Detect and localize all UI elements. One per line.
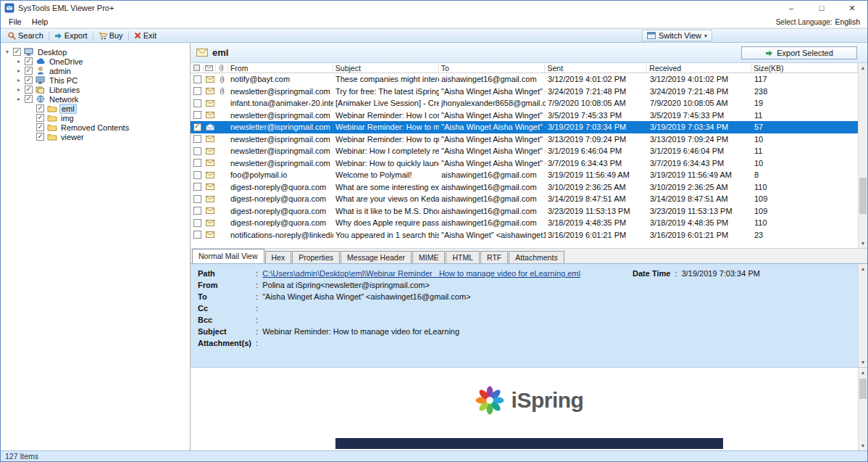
tab-attachments[interactable]: Attachments [509,251,564,263]
close-button[interactable]: ✕ [837,1,867,15]
scroll-up-icon[interactable]: ▲ [859,264,867,273]
tab-html[interactable]: HTML [446,251,480,263]
preview-scrollbar[interactable]: ▲ ▼ [858,368,867,450]
row-checkbox[interactable] [193,159,201,167]
tree-item-viewer[interactable]: viewer [1,132,190,141]
row-checkbox[interactable] [193,147,201,155]
chevron-right-icon[interactable]: ▸ [15,77,22,83]
envelope-column-icon[interactable] [204,63,216,73]
email-row[interactable]: newsletter@ispringmail.comWebinar Remind… [191,121,858,133]
tree-checkbox[interactable] [36,133,44,141]
menu-help[interactable]: Help [27,15,54,28]
email-row[interactable]: digest-noreply@quora.comWhat are your vi… [191,193,858,205]
row-checkbox[interactable] [193,135,201,143]
maximize-button[interactable]: □ [806,1,837,15]
search-button[interactable]: Search [4,29,48,42]
tree-item-this-pc[interactable]: ▸This PC [1,75,190,85]
chevron-right-icon[interactable]: ▸ [15,96,22,102]
tree-checkbox[interactable] [25,67,33,75]
tree-item-network[interactable]: ▸Network [1,94,190,104]
path-link[interactable]: C:\Users\admin\Desktop\eml\Webinar Remin… [262,269,580,278]
row-checkbox[interactable] [193,231,201,239]
row-checkbox[interactable] [193,87,201,95]
tree-checkbox[interactable] [36,123,44,131]
chevron-right-icon[interactable]: ▸ [15,58,22,65]
language-dropdown[interactable]: English [835,17,860,26]
email-row[interactable]: infant.tona@animaker-20.interco...[Anima… [191,97,858,110]
attachment-column-icon[interactable] [216,63,228,73]
chevron-right-icon[interactable]: ▸ [15,67,22,74]
column-header-subject[interactable]: Subject [333,63,439,73]
mail-list: FromSubjectToSentReceivedSize(KB) notify… [191,63,867,249]
email-row[interactable]: newsletter@ispringmail.comWebinar Remind… [191,110,858,122]
tree-item-label: Network [48,95,80,104]
row-checkbox[interactable] [193,195,201,203]
row-checkbox[interactable] [193,99,201,107]
tree-item-onedrive[interactable]: ▸OneDrive [1,57,190,66]
scroll-up-icon[interactable]: ▲ [859,63,867,73]
detail-row-from: From Polina at iSpring<newsletter@isprin… [191,279,867,291]
row-checkbox[interactable] [193,219,201,227]
export-selected-button[interactable]: Export Selected [741,46,857,59]
email-row[interactable]: newsletter@ispringmail.comWebinar: How I… [191,145,858,157]
column-header-to[interactable]: To [439,63,546,73]
row-checkbox[interactable] [193,171,201,179]
scroll-up-icon[interactable]: ▲ [859,368,867,377]
column-header-received[interactable]: Received [647,63,751,73]
row-checkbox[interactable] [193,111,201,119]
tree-checkbox[interactable] [25,57,33,65]
email-row[interactable]: newsletter@ispringmail.comTry for free: … [191,86,858,98]
row-checkbox[interactable] [193,207,201,215]
email-row[interactable]: digest-noreply@quora.comWhat are some in… [191,181,858,194]
tab-message-header[interactable]: Message Header [341,251,412,263]
scroll-down-icon[interactable]: ▼ [859,358,867,367]
tab-normal-mail-view[interactable]: Normal Mail View [192,249,264,263]
email-row[interactable]: notify@bayt.comThese companies might int… [191,73,858,86]
buy-button[interactable]: Buy [94,29,128,42]
tab-hex[interactable]: Hex [265,251,292,263]
tab-properties[interactable]: Properties [292,251,340,263]
tree-checkbox[interactable] [25,76,33,84]
switch-view-dropdown[interactable]: Switch View ▾ [642,30,712,41]
tree-item-libraries[interactable]: ▸Libraries [1,85,190,94]
column-header-from[interactable]: From [228,63,333,73]
list-scroll-thumb[interactable] [859,178,867,214]
email-row[interactable]: newsletter@ispringmail.comWebinar Remind… [191,133,858,146]
tree-item-desktop[interactable]: ▾Desktop [1,47,190,57]
minimize-button[interactable]: – [776,1,806,15]
tab-mime[interactable]: MIME [412,251,445,263]
email-row[interactable]: foo@polymail.ioWelcome to Polymail!aisha… [191,169,858,181]
email-row[interactable]: notifications-noreply@linkedin.comYou ap… [191,229,858,242]
list-scrollbar[interactable]: ▲ ▼ [858,63,867,248]
export-button[interactable]: Export [50,29,92,42]
exit-button[interactable]: Exit [130,29,161,42]
select-all-checkbox[interactable] [191,63,204,73]
tree-item-removed-contents[interactable]: Removed Contents [1,123,190,132]
email-row[interactable]: digest-noreply@quora.comWhy does Apple r… [191,217,858,229]
tree-item-admin[interactable]: ▸admin [1,66,190,75]
cc-label: Cc [198,303,256,313]
tree-checkbox[interactable] [25,86,33,94]
email-row[interactable]: digest-noreply@quora.comWhat is it like … [191,205,858,218]
scroll-down-icon[interactable]: ▼ [859,239,867,248]
column-header-size-kb[interactable]: Size(KB) [751,63,858,73]
menu-file[interactable]: File [4,15,27,28]
tree-checkbox[interactable] [13,48,21,56]
tree-item-img[interactable]: img [1,113,190,123]
tree-checkbox[interactable] [36,104,44,112]
app-window: SysTools EML Viewer Pro+ – □ ✕ FileHelp … [0,0,868,462]
details-scrollbar[interactable]: ▲ ▼ [858,264,867,367]
chevron-down-icon[interactable]: ▾ [4,49,11,55]
tree-checkbox[interactable] [25,95,33,103]
row-checkbox[interactable] [193,123,201,131]
tree-checkbox[interactable] [36,114,44,122]
preview-scroll-thumb[interactable] [859,379,867,399]
column-header-sent[interactable]: Sent [545,63,647,73]
tree-item-eml[interactable]: eml [1,104,190,113]
email-row[interactable]: newsletter@ispringmail.comWebinar: How t… [191,157,858,170]
chevron-right-icon[interactable]: ▸ [15,86,22,93]
row-checkbox[interactable] [193,183,201,191]
tab-rtf[interactable]: RTF [480,251,508,263]
scroll-down-icon[interactable]: ▼ [859,441,867,450]
row-checkbox[interactable] [193,75,201,83]
